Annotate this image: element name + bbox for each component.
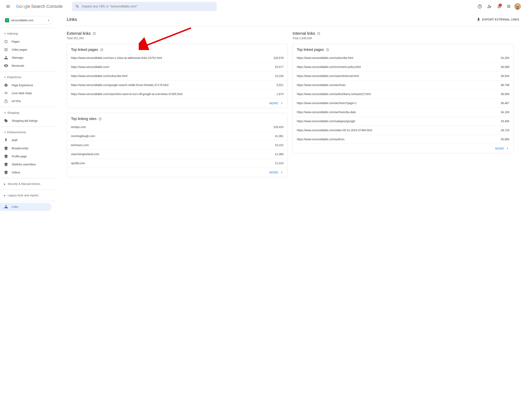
table-row[interactable]: https://www.seroundtable.com/subscribe.h… xyxy=(293,53,513,62)
users-settings-button[interactable] xyxy=(485,2,493,10)
nav-label: Sitelinks searchbox xyxy=(12,163,36,166)
sidebar-item-removals[interactable]: Removals xyxy=(0,62,52,70)
table-row[interactable]: spotify.com11,010 xyxy=(67,159,288,168)
app-logo[interactable]: Google Search Console xyxy=(16,4,63,9)
row-value: 38,599 xyxy=(501,93,509,96)
table-row[interactable]: https://www.seroundtable.com/video-05-31… xyxy=(293,126,513,135)
row-value: 26,983 xyxy=(501,138,509,141)
main-content: Links EXPORT EXTERNAL LINKS External lin… xyxy=(56,13,524,211)
url-inspect-search[interactable] xyxy=(72,2,217,11)
sidebar-item-video-pages[interactable]: Video pages xyxy=(0,46,52,54)
table-row[interactable]: https://www.seroundtable.com/archives38,… xyxy=(293,80,513,89)
table-row[interactable]: morningdough.com41,081 xyxy=(67,131,288,140)
notifications-button[interactable]: 1 xyxy=(495,2,503,10)
row-url: https://www.seroundtable.com/category/go… xyxy=(297,120,497,123)
help-icon[interactable]: ? xyxy=(100,48,103,51)
notification-badge: 1 xyxy=(499,4,502,7)
help-button[interactable] xyxy=(476,2,484,10)
row-url: https://www.seroundtable.com/archives/by… xyxy=(297,111,497,114)
sidebar-item-links[interactable]: Links xyxy=(0,203,52,211)
help-icon xyxy=(477,4,482,9)
row-value: 25,577 xyxy=(275,65,284,69)
row-url: wmtips.com xyxy=(71,125,269,129)
sidebar-item-sitelinks-searchbox[interactable]: Sitelinks searchbox xyxy=(0,160,52,168)
section-enhancements[interactable]: ▼ Enhancements xyxy=(0,128,56,136)
row-value: 34,106 xyxy=(501,111,509,114)
external-title: External links xyxy=(67,31,91,36)
property-selector[interactable]: S seroundtable.com ▼ xyxy=(2,16,53,25)
section-experience[interactable]: ▼ Experience xyxy=(0,73,56,81)
sidebar-item-shopping-tab[interactable]: Shopping tab listings xyxy=(0,117,52,125)
internal-total: Total 2,836,638 xyxy=(293,37,514,40)
person-gear-icon xyxy=(487,4,492,9)
table-row[interactable]: https://www.seroundtable.com/author/barr… xyxy=(293,89,513,98)
help-icon[interactable]: ? xyxy=(98,117,102,120)
table-row[interactable]: https://www.seroundtable.com/category/go… xyxy=(293,117,513,126)
sidebar-item-sitemaps[interactable]: Sitemaps xyxy=(0,54,52,62)
external-links-column: External links ? Total 351,264 Top linke… xyxy=(67,31,288,182)
row-value: 103,578 xyxy=(273,56,284,60)
table-row[interactable]: https://www.seroundtable.com/subscribe.h… xyxy=(67,71,288,80)
more-button[interactable]: MORE xyxy=(270,171,284,174)
table-row[interactable]: https://www.seroundtable.com/seo-c-class… xyxy=(67,53,288,62)
row-url: https://www.seroundtable.com/searchers-w… xyxy=(71,93,272,96)
sidebar-item-core-web-vitals[interactable]: Core Web Vitals xyxy=(0,89,52,97)
nav-label: Profile page xyxy=(12,155,27,158)
sidebar-item-security[interactable]: ▶ Security & Manual Actions xyxy=(0,180,56,188)
table-row[interactable]: https://www.seroundtable.com/searchinter… xyxy=(293,71,513,80)
user-avatar[interactable] xyxy=(514,3,521,10)
chevron-right-icon: ▶ xyxy=(4,194,6,197)
table-row[interactable]: https://www.seroundtable.com/25,577 xyxy=(67,62,288,71)
app-header: Google Search Console 1 xyxy=(0,0,524,13)
table-row[interactable]: technwzs.com15,152 xyxy=(67,140,288,149)
more-button[interactable]: MORE xyxy=(270,102,284,105)
chevron-down-icon: ▼ xyxy=(4,33,6,35)
search-input[interactable] xyxy=(82,5,214,8)
row-value: 28,720 xyxy=(501,129,509,132)
lock-icon xyxy=(4,99,8,103)
nav-label: HTTPS xyxy=(12,100,21,103)
row-url: searchengineland.com xyxy=(71,153,271,156)
help-icon[interactable]: ? xyxy=(93,32,96,35)
row-value: 15,152 xyxy=(275,144,284,147)
row-url: spotify.com xyxy=(71,162,271,165)
chevron-down-icon: ▼ xyxy=(4,131,6,133)
sidebar-item-breadcrumbs[interactable]: Breadcrumbs xyxy=(0,144,52,152)
svg-text:?: ? xyxy=(327,49,328,51)
apps-button[interactable] xyxy=(505,2,513,10)
section-shopping[interactable]: ▼ Shopping xyxy=(0,109,56,117)
table-row[interactable]: searchengineland.com12,369 xyxy=(67,149,288,159)
row-value: 39,998 xyxy=(501,65,509,69)
nav-label: AMP xyxy=(12,139,18,142)
section-label: Shopping xyxy=(7,111,19,114)
hamburger-menu-button[interactable] xyxy=(3,2,13,11)
row-value: 38,798 xyxy=(501,83,509,87)
sidebar-item-https[interactable]: HTTPS xyxy=(0,97,52,105)
table-row[interactable]: https://www.seroundtable.com/comment-pol… xyxy=(293,62,513,71)
section-indexing[interactable]: ▼ Indexing xyxy=(0,30,56,38)
nav-label: Shopping tab listings xyxy=(12,119,38,122)
row-url: https://www.seroundtable.com/video-05-31… xyxy=(297,129,497,132)
sidebar-item-pages[interactable]: Pages xyxy=(0,38,52,46)
more-button[interactable]: MORE xyxy=(495,147,509,150)
svg-text:?: ? xyxy=(94,33,95,34)
table-row[interactable]: https://www.seroundtable.com/archives/by… xyxy=(293,108,513,117)
help-icon[interactable]: ? xyxy=(317,32,320,35)
row-url: https://www.seroundtable.com/searchinter… xyxy=(297,74,497,77)
table-row[interactable]: https://www.seroundtable.com/authors26,9… xyxy=(293,135,513,144)
table-row[interactable]: https://www.seroundtable.com/archives?pa… xyxy=(293,98,513,108)
table-row[interactable]: https://www.seroundtable.com/searchers-w… xyxy=(67,89,288,98)
sidebar-item-amp[interactable]: AMP xyxy=(0,136,52,144)
sidebar-item-profile-page[interactable]: Profile page xyxy=(0,152,52,160)
svg-text:?: ? xyxy=(100,118,101,120)
table-row[interactable]: wmtips.com103,420 xyxy=(67,123,288,131)
sidebar-item-videos[interactable]: Videos xyxy=(0,168,52,176)
table-row[interactable]: https://www.seroundtable.com/google-sear… xyxy=(67,80,288,89)
apps-icon xyxy=(507,4,511,9)
sidebar-item-page-experience[interactable]: Page Experience xyxy=(0,81,52,89)
chevron-right-icon: ▶ xyxy=(4,183,6,185)
help-icon[interactable]: ? xyxy=(326,48,329,51)
export-button[interactable]: EXPORT EXTERNAL LINKS xyxy=(477,17,519,22)
row-value: 38,467 xyxy=(501,102,509,105)
sidebar-item-legacy[interactable]: ▶ Legacy tools and reports xyxy=(0,191,56,199)
